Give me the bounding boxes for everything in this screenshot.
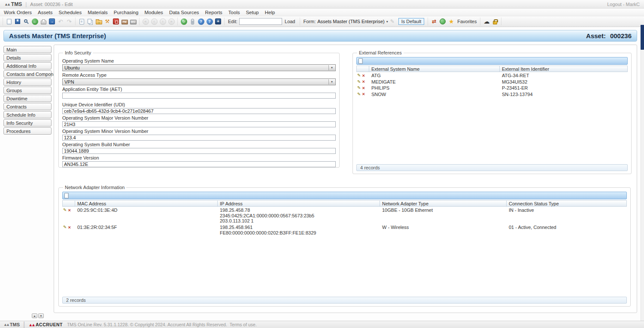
firmware-version-input[interactable]	[62, 161, 336, 167]
menu-help[interactable]: Help	[262, 10, 278, 15]
edit-row-icon[interactable]: ✎	[63, 225, 67, 229]
edit-row-icon[interactable]: ✎	[357, 92, 361, 96]
aet-input[interactable]	[62, 93, 336, 99]
load-button[interactable]: Load	[285, 19, 295, 24]
sidebar-item-additional-info[interactable]: Additional Info	[3, 62, 52, 69]
form-doc-button[interactable]: ≡	[77, 17, 86, 26]
chevron-down-icon[interactable]: ▾	[328, 65, 335, 70]
sidebar-item-details[interactable]: Details	[3, 54, 52, 61]
vertical-scrollbar-track[interactable]	[641, 24, 644, 321]
wo-button[interactable]: WO	[129, 17, 137, 26]
sidebar-item-downtime[interactable]: Downtime	[3, 95, 52, 102]
menu-reports[interactable]: Reports	[202, 10, 225, 15]
os-build-number-input[interactable]	[62, 148, 336, 154]
os-major-version-input[interactable]	[62, 121, 336, 127]
is-default-button[interactable]: Is Default	[398, 18, 424, 25]
delete-row-icon[interactable]: ×	[362, 73, 365, 78]
external-item-identifier: P-23451-ER	[500, 85, 628, 91]
goto-button[interactable]: →	[48, 17, 56, 26]
os-name-select[interactable]: Ubuntu ▾	[62, 64, 336, 71]
export-button[interactable]: →	[94, 17, 103, 26]
menu-purchasing[interactable]: Purchasing	[111, 10, 142, 15]
info-security-legend: Info Security	[63, 50, 93, 55]
sync-button[interactable]: ⇄	[430, 17, 438, 26]
delete-row-icon[interactable]: ×	[68, 225, 70, 229]
add-record-icon[interactable]	[64, 193, 69, 199]
edit-row-icon[interactable]: ✎	[357, 79, 361, 84]
back-icon: ←	[32, 18, 38, 25]
delete-row-icon[interactable]: ×	[362, 86, 365, 90]
sidebar-item-contracts[interactable]: Contracts	[3, 103, 52, 110]
delete-row-icon[interactable]: ×	[68, 208, 70, 212]
menu-setup[interactable]: Setup	[243, 10, 262, 15]
help-button[interactable]: ?	[197, 17, 205, 26]
sidebar-item-schedule-info[interactable]: Schedule Info	[3, 111, 52, 118]
column-header[interactable]: External Item Identifier	[500, 66, 628, 72]
cloud-button[interactable]: ☁	[482, 17, 491, 26]
nav-first-button[interactable]: «	[141, 17, 150, 26]
redo-button[interactable]: ↷	[65, 17, 73, 26]
sidebar-item-info-security[interactable]: Info Security	[3, 119, 52, 126]
edit-row-icon[interactable]: ✎	[63, 208, 67, 212]
pdf-button[interactable]	[112, 17, 120, 26]
edit-input[interactable]	[239, 18, 282, 25]
sidebar-item-contacts-components[interactable]: Contacts and Components	[3, 70, 52, 78]
column-header[interactable]: External System Name	[369, 66, 500, 72]
delete-row-icon[interactable]: ×	[362, 79, 365, 84]
nav-next-button[interactable]: ›	[158, 17, 167, 26]
menu-modules[interactable]: Modules	[141, 10, 166, 15]
nav-last-button[interactable]: »	[167, 17, 176, 26]
menu-work-orders[interactable]: Work Orders	[1, 10, 35, 15]
sidebar-item-main[interactable]: Main	[3, 46, 52, 53]
terms-of-use-link[interactable]: Terms of use.	[230, 322, 257, 327]
tab-scroll-down-button[interactable]: ▼	[38, 313, 44, 318]
pm-button[interactable]: PM	[120, 17, 129, 26]
menu-schedules[interactable]: Schedules	[55, 10, 85, 15]
favorites-label[interactable]: Favorites	[457, 19, 477, 24]
info-button[interactable]: ?	[205, 17, 214, 26]
tools-button[interactable]: ⚒	[103, 17, 112, 26]
add-record-icon[interactable]	[358, 58, 363, 64]
sidebar-item-procedures[interactable]: Procedures	[3, 127, 52, 135]
refresh-button[interactable]: ↻	[179, 17, 188, 26]
attachment-button[interactable]	[188, 17, 197, 26]
external-references-legend: External References	[357, 50, 404, 55]
back-button[interactable]: ←	[30, 17, 39, 26]
column-header[interactable]: IP Address	[218, 200, 380, 207]
tab-scroll-up-button[interactable]: ▲	[32, 313, 37, 318]
menu-tools[interactable]: Tools	[225, 10, 243, 15]
logout-link[interactable]: Logout - MarkC	[607, 2, 640, 7]
column-header[interactable]: Connection Status Type	[507, 200, 627, 207]
os-minor-version-input[interactable]	[62, 135, 336, 141]
save-icon	[15, 19, 20, 24]
favorites-star-button[interactable]: ★	[447, 17, 456, 26]
globe-button[interactable]	[438, 17, 447, 26]
menu-assets[interactable]: Assets	[35, 10, 56, 15]
lock-icon	[493, 21, 497, 24]
sidebar-item-history[interactable]: History	[3, 78, 52, 86]
column-header[interactable]: Network Adapter Type	[380, 200, 507, 207]
form-select[interactable]: Assets Master (TMS Enterprise) ▾	[317, 19, 388, 24]
menu-materials[interactable]: Materials	[85, 10, 111, 15]
save-button[interactable]	[13, 17, 22, 26]
sidebar-item-groups[interactable]: Groups	[3, 87, 52, 94]
edit-form-button[interactable]: ✎	[388, 17, 397, 26]
copy-button[interactable]	[86, 17, 94, 26]
undo-button[interactable]: ↶	[56, 17, 65, 26]
chevron-down-icon[interactable]: ▾	[328, 79, 335, 84]
vertical-scrollbar-thumb[interactable]	[641, 25, 644, 50]
new-button[interactable]	[5, 17, 13, 26]
print-button[interactable]	[39, 17, 48, 26]
lock-button[interactable]	[491, 17, 499, 26]
menu-data-sources[interactable]: Data Sources	[166, 10, 202, 15]
edit-row-icon[interactable]: ✎	[357, 73, 361, 78]
remote-access-select[interactable]: VPN ▾	[62, 78, 336, 85]
search-button[interactable]	[22, 17, 30, 26]
add-button[interactable]: +	[214, 17, 222, 26]
edit-row-icon[interactable]: ✎	[357, 85, 361, 90]
delete-row-icon[interactable]: ×	[362, 92, 365, 96]
udi-input[interactable]	[62, 108, 336, 114]
pdf-icon	[113, 18, 119, 24]
nav-prev-button[interactable]: ‹	[150, 17, 158, 26]
column-header[interactable]: MAC Address	[75, 200, 218, 207]
